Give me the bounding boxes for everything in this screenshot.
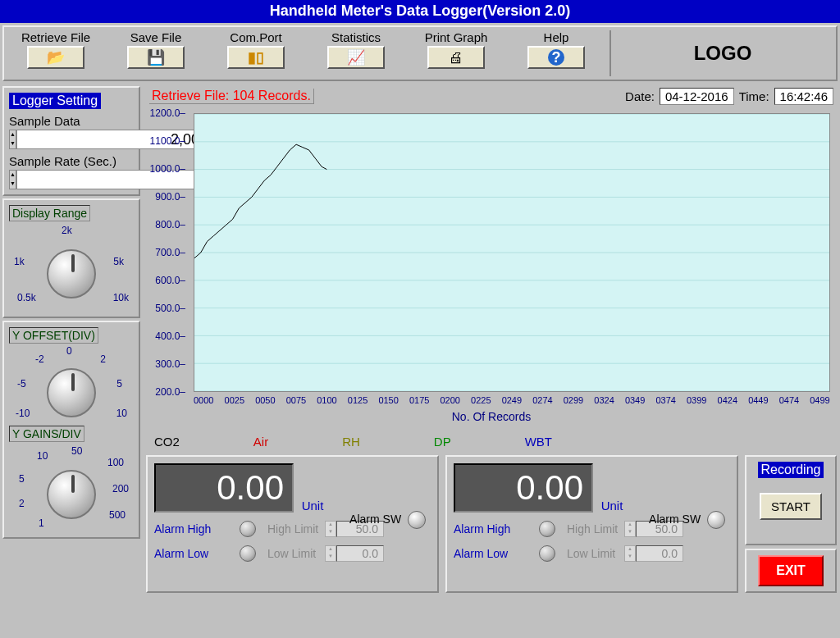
floppy-icon: 💾 bbox=[147, 48, 165, 66]
readout-2-alarm-sw: Alarm SW bbox=[649, 511, 725, 529]
low-limit-spinner[interactable]: ▲▼ bbox=[325, 545, 336, 562]
tool-retrieve: Retrieve File 📂 bbox=[6, 30, 106, 76]
logo: LOGO bbox=[609, 30, 834, 76]
tick-2k: 2k bbox=[62, 225, 72, 236]
help-label: Help bbox=[506, 30, 606, 44]
readout-2: 0.00 Unit Alarm SW Alarm High High Limit… bbox=[445, 455, 738, 593]
yo-0: 0 bbox=[66, 345, 72, 357]
time-label: Time: bbox=[739, 89, 769, 103]
low-limit-spinner-2[interactable]: ▲▼ bbox=[624, 545, 636, 562]
low-limit-label: Low Limit bbox=[267, 547, 325, 560]
alarm-low-label: Alarm Low bbox=[154, 547, 228, 560]
plot-area bbox=[194, 113, 830, 392]
tick-05k: 0.5k bbox=[17, 292, 36, 303]
alarm-high-label-2: Alarm High bbox=[454, 522, 527, 535]
right-bottom: Recording START EXIT bbox=[745, 455, 837, 593]
exit-panel: EXIT bbox=[745, 549, 837, 593]
readout-1-unit: Unit bbox=[302, 499, 324, 513]
tool-print: Print Graph 🖨 bbox=[406, 30, 506, 76]
sample-rate-label: Sample Rate (Sec.) bbox=[9, 154, 134, 168]
yo-n2: -2 bbox=[35, 353, 44, 365]
y-gains-knob-wrap: 1 2 5 10 50 100 200 500 bbox=[14, 442, 129, 532]
x-axis-title: No. Of Records bbox=[149, 410, 833, 423]
display-range-knob[interactable] bbox=[47, 249, 96, 298]
help-icon: ? bbox=[548, 49, 564, 66]
alarm-sw-toggle[interactable] bbox=[408, 511, 426, 529]
yg-500: 500 bbox=[109, 509, 126, 521]
yg-5: 5 bbox=[19, 473, 25, 485]
center-column: Retrieve File: 104 Records. Date: 04-12-… bbox=[143, 84, 840, 638]
sample-data-spinner[interactable]: ▲▼ bbox=[9, 130, 16, 149]
date-value: 04-12-2016 bbox=[660, 88, 734, 105]
y-gains-title: Y GAINS/DIV bbox=[9, 426, 84, 442]
yo-10: 10 bbox=[116, 408, 127, 419]
alarm-sw-toggle-2[interactable] bbox=[707, 511, 725, 529]
yg-2: 2 bbox=[19, 498, 25, 509]
help-button[interactable]: ? bbox=[527, 46, 585, 69]
chart-svg bbox=[194, 114, 829, 391]
readout-1: 0.00 Unit Alarm SW Alarm High High Limit… bbox=[146, 455, 439, 593]
folder-open-icon: 📂 bbox=[47, 48, 65, 66]
retrieve-label: Retrieve File bbox=[6, 30, 106, 44]
recording-panel: Recording START bbox=[745, 455, 837, 545]
comport-label: Com.Port bbox=[206, 30, 306, 44]
chart: 200.0–300.0–400.0–500.0–600.0–700.0–800.… bbox=[149, 108, 833, 428]
readout-1-alarm-sw: Alarm SW bbox=[349, 511, 426, 529]
yg-200: 200 bbox=[112, 483, 129, 494]
display-range-panel: Display Range 0.5k 1k 2k 5k 10k bbox=[2, 198, 140, 318]
low-limit-value: 0.0 bbox=[336, 545, 384, 562]
exit-button[interactable]: EXIT bbox=[758, 555, 824, 586]
date-time: Date: 04-12-2016 Time: 16:42:46 bbox=[625, 88, 833, 105]
yg-100: 100 bbox=[107, 457, 124, 468]
alarm-low-label-2: Alarm Low bbox=[454, 547, 527, 560]
yo-5: 5 bbox=[116, 378, 122, 390]
recording-title: Recording bbox=[758, 462, 824, 478]
x-axis: 0000002500500075010001250150017502000225… bbox=[194, 395, 830, 405]
high-limit-spinner[interactable]: ▲▼ bbox=[325, 521, 336, 537]
toolbar: Retrieve File 📂 Save File 💾 Com.Port ▮▯ … bbox=[2, 25, 838, 81]
tick-5k: 5k bbox=[113, 256, 124, 267]
tick-1k: 1k bbox=[14, 256, 25, 267]
time-value: 16:42:46 bbox=[774, 88, 833, 105]
top-info: Retrieve File: 104 Records. Date: 04-12-… bbox=[143, 84, 840, 105]
y-offset-knob[interactable] bbox=[47, 368, 96, 417]
stats-label: Statistics bbox=[306, 30, 406, 44]
tick-10k: 10k bbox=[113, 292, 129, 303]
print-button[interactable]: 🖨 bbox=[427, 46, 485, 69]
sample-rate-spinner[interactable]: ▲▼ bbox=[9, 170, 16, 189]
alarm-sw-label: Alarm SW bbox=[349, 513, 401, 526]
tool-stats: Statistics 📈 bbox=[306, 30, 406, 76]
y-offset-title: Y OFFSET(DIV) bbox=[9, 327, 98, 344]
display-range-title: Display Range bbox=[9, 205, 90, 221]
title-bar: Handheld Meter's Data Logger(Version 2.0… bbox=[0, 0, 840, 23]
port-icon: ▮▯ bbox=[248, 48, 264, 66]
comport-button[interactable]: ▮▯ bbox=[227, 46, 285, 69]
date-label: Date: bbox=[625, 89, 655, 103]
y-axis: 200.0–300.0–400.0–500.0–600.0–700.0–800.… bbox=[149, 108, 189, 395]
yg-50: 50 bbox=[71, 445, 82, 457]
offset-gains-panel: Y OFFSET(DIV) -10 -5 -2 0 2 5 10 Y GAINS… bbox=[2, 321, 140, 539]
yo-n10: -10 bbox=[16, 408, 30, 419]
retrieve-button[interactable]: 📂 bbox=[27, 46, 84, 69]
stats-button[interactable]: 📈 bbox=[327, 46, 385, 69]
logger-setting-panel: Logger Setting Sample Data ▲▼ Sample Rat… bbox=[2, 86, 140, 196]
y-gains-knob[interactable] bbox=[47, 470, 96, 519]
start-button[interactable]: START bbox=[760, 493, 822, 520]
y-offset-knob-wrap: -10 -5 -2 0 2 5 10 bbox=[14, 344, 129, 426]
tool-save: Save File 💾 bbox=[106, 30, 206, 76]
save-button[interactable]: 💾 bbox=[127, 46, 185, 69]
high-limit-spinner-2[interactable]: ▲▼ bbox=[624, 521, 636, 537]
legend: CO2AirRHDPWBT bbox=[143, 431, 840, 452]
alarm-low-led bbox=[240, 545, 256, 562]
alarm-high-led-2 bbox=[539, 521, 555, 537]
yg-1: 1 bbox=[39, 517, 44, 529]
alarm-low-led-2 bbox=[539, 545, 555, 562]
tool-help: Help ? bbox=[506, 30, 606, 76]
alarm-high-label: Alarm High bbox=[154, 522, 228, 535]
yo-n5: -5 bbox=[17, 378, 26, 390]
readout-2-unit: Unit bbox=[601, 499, 623, 513]
tool-comport: Com.Port ▮▯ bbox=[206, 30, 306, 76]
yo-2: 2 bbox=[100, 353, 106, 365]
retrieve-message: Retrieve File: 104 Records. bbox=[149, 89, 314, 104]
alarm-sw-label-2: Alarm SW bbox=[649, 513, 701, 526]
